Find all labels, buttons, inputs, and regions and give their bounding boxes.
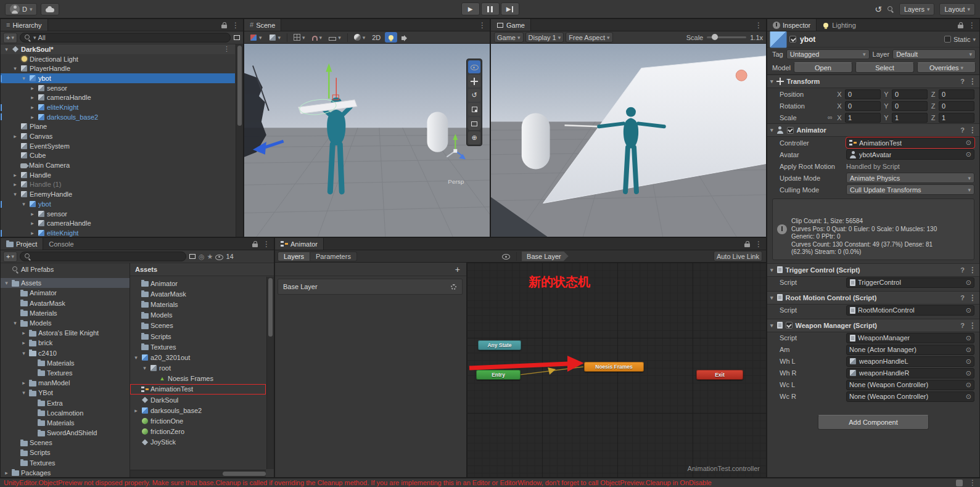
add-component-button[interactable]: Add Component <box>818 415 929 430</box>
draw-mode-dropdown[interactable]: ▾ <box>352 32 368 43</box>
help-icon[interactable]: ? <box>960 266 965 274</box>
hidden-count-eye-icon[interactable] <box>215 255 223 260</box>
project-item-extra[interactable]: Extra <box>1 398 130 407</box>
project-item-animator[interactable]: Animator <box>1 288 130 298</box>
hierarchy-scrollbar[interactable] <box>236 44 243 237</box>
move-tool-button[interactable] <box>468 75 480 88</box>
object-picker-icon[interactable]: ⊙ <box>966 358 971 366</box>
script-field[interactable]: RootMotionControl⊙ <box>846 305 974 316</box>
scale-z-field[interactable]: 1 <box>939 113 974 123</box>
scale-x-field[interactable]: 1 <box>845 113 881 123</box>
pause-button[interactable] <box>481 2 500 15</box>
object-picker-icon[interactable]: ⊙ <box>966 150 971 158</box>
chevron-right-icon[interactable]: ▸ <box>12 181 19 187</box>
tab-console[interactable]: Console <box>43 238 79 250</box>
object-picker-icon[interactable]: ⊙ <box>966 306 971 314</box>
rotation-x-field[interactable]: 0 <box>845 101 881 111</box>
avatar-field[interactable]: ybotAvatar⊙ <box>846 149 974 160</box>
help-icon[interactable]: ? <box>960 78 965 85</box>
controller-field[interactable]: AnimationTest⊙ <box>846 137 974 148</box>
layout-dropdown[interactable]: Layout ▾ <box>939 3 975 15</box>
create-button[interactable]: +▾ <box>3 252 17 262</box>
object-picker-icon[interactable]: ⊙ <box>966 334 971 342</box>
scale-tool-button[interactable] <box>468 103 480 116</box>
wc-r-field[interactable]: None (Weapon Controller)⊙ <box>846 391 974 402</box>
create-button[interactable]: +▾ <box>3 33 17 43</box>
chevron-down-icon[interactable]: ▾ <box>12 320 19 326</box>
static-checkbox[interactable] <box>944 36 951 43</box>
state-node-exit[interactable]: Exit <box>696 370 743 380</box>
hierarchy-item-darksoul[interactable]: ▾DarkSoul*⋮ <box>1 44 235 54</box>
chevron-down-icon[interactable]: ▾ <box>973 36 976 43</box>
layers-dropdown[interactable]: Layers ▾ <box>899 3 935 15</box>
asset-item-animationtest[interactable]: AnimationTest <box>130 384 266 395</box>
asset-item-animator[interactable]: Animator <box>130 278 266 289</box>
project-item-materials[interactable]: Materials <box>1 418 130 428</box>
favorites-star-icon[interactable]: ★ <box>207 253 213 260</box>
layer-dropdown[interactable]: Default▾ <box>892 49 976 59</box>
enable-checkbox[interactable] <box>786 322 793 329</box>
tab-scene[interactable]: # Scene <box>244 19 281 31</box>
tab-animator[interactable]: Animator <box>275 238 324 250</box>
chevron-right-icon[interactable]: ▸ <box>12 133 19 139</box>
chevron-down-icon[interactable]: ▾ <box>133 354 139 361</box>
state-node-noesis-frames[interactable]: Noesis Frames <box>584 362 644 372</box>
asset-item-darksouls-base2[interactable]: ▸darksouls_base2 <box>130 405 266 415</box>
account-button[interactable]: D ▾ <box>5 3 37 15</box>
wh-r-field[interactable]: weaponHandleR⊙ <box>846 368 974 379</box>
breadcrumb[interactable]: Base Layer <box>522 252 569 261</box>
persp-label[interactable]: Persp <box>448 178 464 185</box>
asset-item-frictionone[interactable]: frictionOne <box>130 415 266 426</box>
hierarchy-item-darksouls-base2[interactable]: ▸darksouls_base2 <box>1 112 235 122</box>
project-item-textures[interactable]: Textures <box>1 368 130 378</box>
rotation-z-field[interactable]: 0 <box>939 101 974 111</box>
chevron-down-icon[interactable]: ▾ <box>20 201 27 207</box>
transform-component-header[interactable]: ▾ Transform ?⋮ <box>767 75 979 88</box>
hierarchy-item-eliteknight[interactable]: ▸eliteKnight <box>1 102 235 112</box>
hierarchy-item-eventsystem[interactable]: EventSystem <box>1 141 235 151</box>
lock-icon[interactable] <box>221 25 227 28</box>
hierarchy-item-directional-light[interactable]: Directional Light <box>1 54 235 64</box>
project-item-avatarmask[interactable]: AvatarMask <box>1 298 130 308</box>
model-overrides-button[interactable]: Overrides▾ <box>917 62 976 73</box>
chevron-down-icon[interactable]: ▾ <box>12 191 19 197</box>
script-field[interactable]: TriggerControl⊙ <box>846 277 974 288</box>
hierarchy-item-playerhandle[interactable]: ▾PlayerHandle <box>1 63 235 73</box>
project-item-brick[interactable]: ▸brick <box>1 338 130 348</box>
hierarchy-item-canvas[interactable]: ▸Canvas <box>1 131 235 141</box>
transform-tool-button[interactable]: ⊕ <box>468 131 480 144</box>
hierarchy-item-enemyhandle[interactable]: ▾EnemyHandle <box>1 189 235 199</box>
favorite-item-all-prefabs[interactable]: All Prefabs <box>1 264 130 274</box>
tab-parameters[interactable]: Parameters <box>310 252 357 261</box>
hierarchy-item-eliteknight[interactable]: ▸eliteKnight <box>1 228 235 237</box>
chevron-right-icon[interactable]: ▸ <box>29 230 36 236</box>
lock-icon[interactable] <box>744 243 750 247</box>
position-z-field[interactable]: 0 <box>939 89 974 99</box>
aspect-dropdown[interactable]: Free Aspect▾ <box>566 32 612 43</box>
layer-item-base-layer[interactable]: Base Layer <box>278 279 463 295</box>
object-picker-icon[interactable]: ⊙ <box>966 279 971 287</box>
chevron-right-icon[interactable]: ▸ <box>29 85 36 91</box>
gear-icon[interactable] <box>451 284 456 290</box>
scale-slider[interactable] <box>707 36 746 38</box>
foldout-icon[interactable]: ▾ <box>770 78 773 84</box>
object-picker-icon[interactable]: ⊙ <box>966 381 971 389</box>
hierarchy-item-ybot[interactable]: ▾ybot <box>1 73 235 83</box>
pivot-dropdown[interactable]: ▾ <box>266 32 284 43</box>
scale-y-field[interactable]: 1 <box>892 113 928 123</box>
hierarchy-item-ybot[interactable]: ▾ybot <box>1 199 235 209</box>
object-picker-icon[interactable]: ⊙ <box>966 369 971 377</box>
tab-game[interactable]: Game <box>491 19 531 31</box>
menu-dots-icon[interactable]: ⋮ <box>969 321 976 330</box>
asset-item-a20-3201out[interactable]: ▾a20_3201out <box>130 352 266 362</box>
asset-item-scenes[interactable]: Scenes <box>130 321 266 331</box>
menu-dots-icon[interactable]: ⋮ <box>969 126 976 134</box>
active-checkbox[interactable] <box>789 36 796 43</box>
menu-dots-icon[interactable]: ⋮ <box>263 240 270 248</box>
asset-item-avatarmask[interactable]: AvatarMask <box>130 289 266 299</box>
asset-item-materials[interactable]: Materials <box>130 299 266 309</box>
position-y-field[interactable]: 0 <box>892 89 928 99</box>
tab-layers[interactable]: Layers <box>278 252 310 261</box>
menu-dots-icon[interactable]: ⋮ <box>479 21 486 30</box>
add-layer-button[interactable]: + <box>455 264 460 274</box>
